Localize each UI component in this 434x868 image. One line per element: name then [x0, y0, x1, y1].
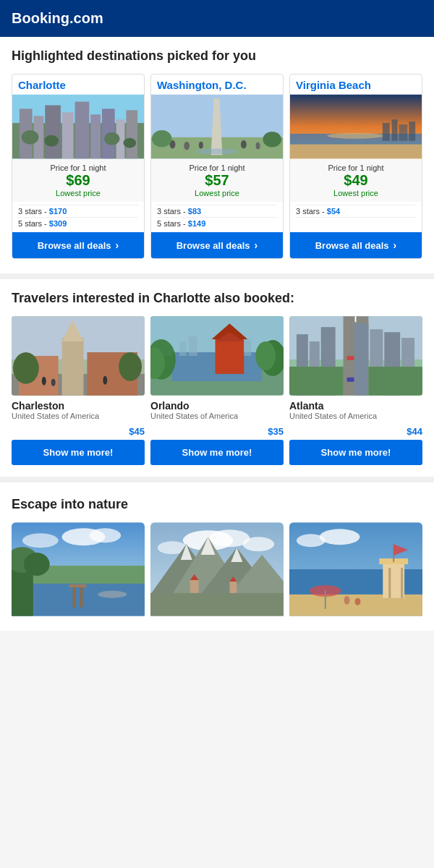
charleston-image — [12, 316, 145, 396]
orlando-image — [150, 316, 284, 396]
svg-rect-37 — [62, 338, 84, 396]
svg-point-116 — [320, 529, 360, 545]
vb-lowest: Lowest price — [296, 189, 416, 197]
charlotte-image — [12, 94, 144, 159]
travelers-section: Travelers interested in Charlotte also b… — [12, 291, 422, 465]
svg-rect-31 — [392, 119, 398, 141]
logo: Booking.com — [12, 10, 103, 26]
dc-lowest: Lowest price — [157, 189, 277, 197]
svg-rect-111 — [401, 568, 403, 598]
svg-rect-5 — [62, 112, 74, 158]
svg-rect-56 — [179, 341, 187, 356]
svg-rect-81 — [73, 586, 76, 608]
atlanta-show-button[interactable]: Show me more! — [289, 440, 422, 465]
svg-rect-7 — [90, 114, 101, 158]
charlotte-price-section: Price for 1 night $69 Lowest price — [12, 159, 144, 202]
destinations-row: Charlotte — [12, 74, 422, 259]
divider-2 — [0, 477, 434, 482]
charlotte-browse-button[interactable]: Browse all deals › — [12, 232, 144, 258]
svg-rect-4 — [45, 105, 61, 158]
dest-card-dc: Washington, D.C. — [150, 74, 284, 259]
charlotte-5star: 5 stars - $309 — [18, 217, 138, 229]
atlanta-price: $44 — [289, 426, 422, 437]
svg-point-21 — [241, 140, 247, 149]
nature-card-lake — [12, 522, 145, 619]
svg-point-87 — [22, 533, 59, 548]
orlando-show-button[interactable]: Show me more! — [150, 440, 284, 465]
svg-rect-103 — [229, 582, 237, 593]
svg-rect-110 — [388, 568, 391, 598]
dc-price-section: Price for 1 night $57 Lowest price — [151, 159, 283, 202]
dc-image — [151, 94, 283, 159]
charleston-city: Charleston — [12, 400, 145, 412]
nature-section: Escape into nature — [12, 497, 422, 619]
svg-point-117 — [297, 534, 326, 547]
dest-card-vb: Virginia Beach — [289, 74, 422, 259]
svg-rect-6 — [75, 102, 90, 159]
vb-price-label: Price for 1 night — [296, 163, 416, 172]
arrow-icon: › — [255, 239, 258, 251]
vb-price-section: Price for 1 night $49 Lowest price — [290, 159, 422, 202]
travelers-section-title: Travelers interested in Charlotte also b… — [12, 291, 422, 306]
svg-rect-70 — [289, 367, 344, 396]
svg-point-43 — [42, 377, 46, 386]
svg-point-45 — [103, 376, 107, 385]
orlando-country: United States of America — [150, 412, 284, 420]
svg-rect-82 — [80, 586, 82, 608]
orlando-city: Orlando — [150, 400, 284, 412]
dc-browse-button[interactable]: Browse all deals › — [151, 232, 283, 258]
highlighted-section-title: Highlighted destinations picked for you — [12, 48, 422, 64]
nature-row — [12, 522, 422, 619]
svg-rect-10 — [126, 110, 137, 158]
charleston-price: $45 — [12, 426, 145, 437]
svg-rect-73 — [347, 367, 354, 371]
svg-point-13 — [104, 132, 120, 145]
orlando-price: $35 — [150, 426, 284, 437]
svg-rect-71 — [368, 367, 422, 396]
svg-point-42 — [119, 352, 142, 381]
divider-1 — [0, 273, 434, 279]
dc-price-label: Price for 1 night — [157, 163, 277, 172]
charlotte-price-label: Price for 1 night — [18, 163, 138, 172]
svg-point-84 — [98, 591, 127, 598]
arrow-icon: › — [116, 239, 119, 251]
svg-point-22 — [256, 142, 260, 150]
atlanta-country: United States of America — [289, 412, 422, 420]
svg-rect-100 — [150, 593, 284, 616]
svg-point-41 — [13, 352, 39, 384]
dc-city-name: Washington, D.C. — [151, 75, 283, 94]
dc-3star: 3 stars - $83 — [157, 205, 277, 217]
header: Booking.com — [0, 0, 434, 37]
svg-rect-101 — [190, 580, 199, 593]
charleston-show-button[interactable]: Show me more! — [12, 440, 145, 465]
svg-point-23 — [152, 130, 172, 148]
svg-point-14 — [123, 138, 136, 148]
svg-rect-63 — [354, 323, 369, 395]
vb-3star: 3 stars - $54 — [296, 205, 416, 217]
svg-rect-30 — [383, 123, 390, 141]
dc-price: $57 — [157, 172, 277, 189]
svg-point-20 — [199, 142, 203, 149]
svg-point-86 — [89, 528, 121, 542]
svg-point-19 — [184, 142, 190, 150]
nature-card-beach — [289, 522, 422, 619]
svg-rect-72 — [347, 356, 354, 360]
vb-price: $49 — [296, 172, 416, 189]
traveler-card-orlando: Orlando United States of America $35 Sho… — [150, 316, 284, 465]
svg-point-80 — [24, 553, 50, 576]
arrow-icon: › — [393, 239, 397, 251]
charlotte-star-prices: 3 stars - $170 5 stars - $309 — [12, 202, 144, 232]
svg-point-12 — [44, 135, 59, 147]
svg-point-24 — [263, 132, 281, 148]
svg-point-118 — [344, 596, 350, 605]
svg-point-11 — [22, 130, 39, 145]
nature-section-title: Escape into nature — [12, 497, 422, 512]
vb-browse-button[interactable]: Browse all deals › — [290, 232, 422, 258]
vb-city-name: Virginia Beach — [290, 75, 422, 94]
svg-point-29 — [327, 133, 384, 139]
vb-spacer — [296, 217, 416, 229]
charlotte-price: $69 — [18, 172, 138, 189]
atlanta-city: Atlanta — [289, 400, 422, 412]
dc-5star: 5 stars - $149 — [157, 217, 277, 229]
svg-rect-33 — [409, 122, 415, 141]
